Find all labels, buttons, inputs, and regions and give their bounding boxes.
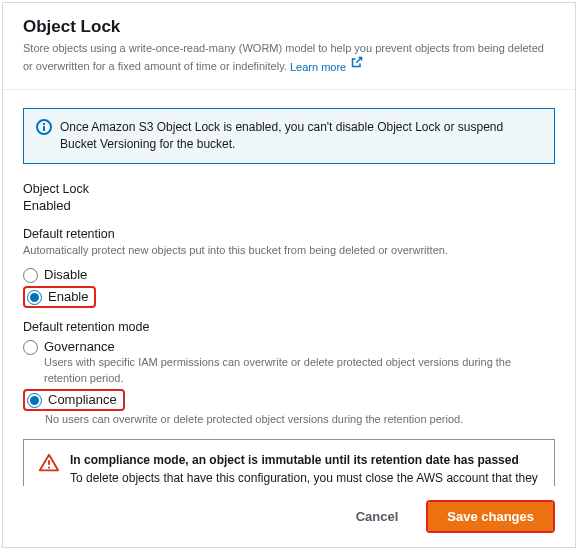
default-retention-group: Disable Enable (23, 264, 555, 308)
retention-mode-label: Default retention mode (23, 320, 555, 334)
highlight-compliance: Compliance (23, 389, 125, 411)
info-alert-text: Once Amazon S3 Object Lock is enabled, y… (60, 119, 542, 153)
object-lock-value: Enabled (23, 198, 555, 213)
mode-compliance-desc: No users can overwrite or delete protect… (45, 412, 555, 427)
highlight-enable: Enable (23, 286, 96, 308)
object-lock-panel: Object Lock Store objects using a write-… (2, 2, 576, 548)
retention-mode-group: Governance Users with specific IAM permi… (23, 336, 555, 427)
svg-rect-2 (43, 123, 45, 125)
external-link-icon (351, 56, 363, 72)
retention-enable-option[interactable]: Enable (27, 289, 88, 305)
svg-rect-1 (43, 126, 45, 131)
default-retention-label: Default retention (23, 227, 555, 241)
info-icon (36, 119, 52, 135)
svg-rect-4 (48, 467, 50, 469)
info-alert: Once Amazon S3 Object Lock is enabled, y… (23, 108, 555, 164)
warning-content: In compliance mode, an object is immutab… (70, 452, 540, 486)
mode-compliance-label: Compliance (48, 392, 117, 407)
highlight-save: Save changes (426, 500, 555, 533)
retention-enable-label: Enable (48, 289, 88, 304)
mode-governance-label: Governance (44, 339, 115, 354)
panel-description: Store objects using a write-once-read-ma… (23, 41, 555, 75)
retention-disable-label: Disable (44, 267, 87, 282)
warning-body: To delete objects that have this configu… (70, 471, 538, 486)
mode-compliance-radio[interactable] (27, 393, 42, 408)
save-changes-button[interactable]: Save changes (428, 502, 553, 531)
mode-governance-desc: Users with specific IAM permissions can … (44, 355, 555, 386)
retention-disable-radio[interactable] (23, 268, 38, 283)
mode-governance-option[interactable]: Governance Users with specific IAM permi… (23, 336, 555, 389)
default-retention-desc: Automatically protect new objects put in… (23, 243, 555, 258)
warning-heading: In compliance mode, an object is immutab… (70, 453, 519, 467)
panel-footer: Cancel Save changes (3, 486, 575, 547)
learn-more-link[interactable]: Learn more (290, 61, 363, 73)
retention-disable-option[interactable]: Disable (23, 264, 555, 286)
panel-body: Once Amazon S3 Object Lock is enabled, y… (3, 90, 575, 486)
panel-header: Object Lock Store objects using a write-… (3, 3, 575, 90)
retention-enable-radio[interactable] (27, 290, 42, 305)
svg-rect-3 (48, 461, 50, 466)
mode-compliance-option[interactable]: Compliance (27, 392, 117, 408)
warning-icon (38, 452, 60, 474)
compliance-warning: In compliance mode, an object is immutab… (23, 439, 555, 486)
mode-governance-radio[interactable] (23, 340, 38, 355)
cancel-button[interactable]: Cancel (338, 500, 417, 533)
object-lock-label: Object Lock (23, 182, 555, 196)
panel-title: Object Lock (23, 17, 555, 37)
